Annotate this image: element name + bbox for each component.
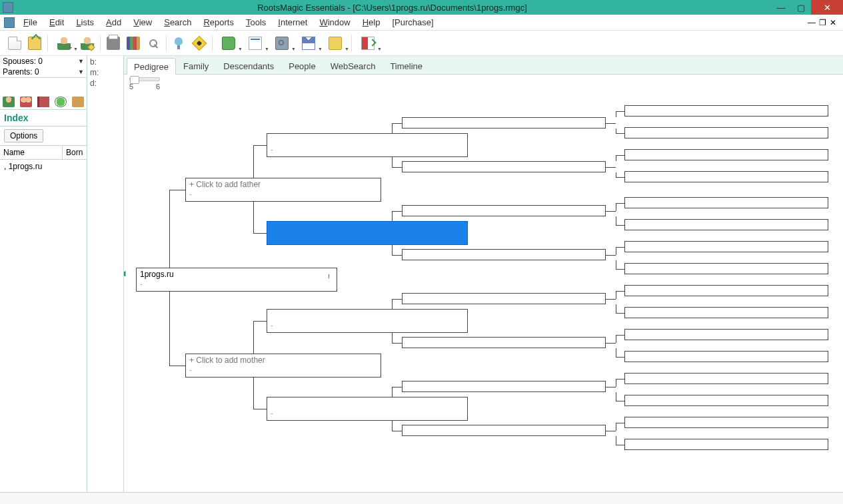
research-button[interactable]: ▼ bbox=[216, 34, 241, 53]
spouses-dropdown[interactable]: Spouses: 0 ▼ bbox=[0, 56, 87, 67]
pedigree-canvas[interactable]: ◀ 1progs.ru - + Click to add father - + … bbox=[124, 91, 843, 492]
pedigree-add-father[interactable]: + Click to add father - bbox=[185, 178, 381, 202]
search-button[interactable] bbox=[144, 34, 163, 53]
pedigree-gen5-box[interactable] bbox=[624, 439, 828, 450]
menu-window[interactable]: Window bbox=[313, 15, 356, 29]
pedigree-gen5-box[interactable] bbox=[624, 197, 828, 208]
hints-button[interactable] bbox=[190, 34, 209, 53]
pedigree-root-person[interactable]: 1progs.ru - bbox=[136, 268, 337, 292]
add-mother-sub: - bbox=[189, 365, 377, 374]
media-button[interactable]: ▼ bbox=[269, 34, 295, 53]
menu-lists[interactable]: Lists bbox=[70, 15, 100, 29]
new-file-button[interactable] bbox=[5, 34, 24, 53]
pedigree-add-mother[interactable]: + Click to add mother - bbox=[185, 354, 381, 378]
pedigree-gen4-box[interactable] bbox=[402, 293, 606, 304]
pedigree-gen4-box[interactable] bbox=[402, 249, 606, 260]
options-button[interactable]: Options bbox=[4, 129, 43, 142]
menu-file[interactable]: File bbox=[17, 15, 43, 29]
tab-family[interactable]: Family bbox=[176, 57, 216, 74]
menu-internet[interactable]: Internet bbox=[272, 15, 313, 29]
pedigree-gen5-box[interactable] bbox=[624, 417, 828, 428]
pedigree-gen4-box[interactable] bbox=[402, 337, 606, 348]
pedigree-gen3-box[interactable]: - bbox=[267, 133, 468, 157]
index-tab-family-icon[interactable] bbox=[20, 97, 32, 107]
share-button[interactable]: ▼ bbox=[296, 34, 321, 53]
add-person-button[interactable]: ▼ bbox=[51, 34, 77, 53]
pedigree-gen5-box[interactable] bbox=[624, 395, 828, 406]
pedigree-gen5-box[interactable] bbox=[624, 263, 828, 274]
tab-descendants[interactable]: Descendants bbox=[216, 57, 281, 74]
pedigree-gen5-box[interactable] bbox=[624, 241, 828, 252]
exit-button[interactable]: ▼ bbox=[355, 34, 381, 53]
pedigree-gen4-box[interactable] bbox=[402, 425, 606, 436]
index-tab-person-icon[interactable] bbox=[3, 97, 15, 107]
pedigree-gen5-box[interactable] bbox=[624, 105, 828, 117]
menu-tools[interactable]: Tools bbox=[240, 15, 272, 29]
index-table-body[interactable]: , 1progs.ru bbox=[0, 160, 87, 492]
mdi-restore-button[interactable]: ❐ bbox=[818, 18, 827, 27]
pedigree-gen4-box[interactable] bbox=[402, 117, 606, 128]
connector bbox=[616, 291, 616, 299]
pedigree-gen3-box-selected[interactable] bbox=[267, 221, 468, 245]
tab-websearch[interactable]: WebSearch bbox=[323, 57, 383, 74]
parents-dropdown[interactable]: Parents: 0 ▼ bbox=[0, 67, 87, 77]
pedigree-gen4-box[interactable] bbox=[402, 205, 606, 216]
print-button[interactable] bbox=[104, 34, 123, 53]
pedigree-gen5-box[interactable] bbox=[624, 307, 828, 318]
open-file-button[interactable] bbox=[25, 34, 44, 53]
connector bbox=[616, 423, 624, 423]
menu-purchase[interactable]: [Purchase] bbox=[386, 15, 439, 29]
tree-button[interactable] bbox=[170, 34, 189, 53]
pedigree-gen5-box[interactable] bbox=[624, 149, 828, 160]
collapse-handle-icon[interactable]: ◀ bbox=[124, 269, 125, 278]
sources-button[interactable]: ▼ bbox=[243, 34, 268, 53]
menu-search[interactable]: Search bbox=[158, 15, 197, 29]
menu-add[interactable]: Add bbox=[100, 15, 127, 29]
index-tab-web-icon[interactable] bbox=[55, 97, 67, 107]
connector bbox=[616, 335, 616, 343]
menu-view[interactable]: View bbox=[127, 15, 158, 29]
edit-person-button[interactable] bbox=[78, 34, 97, 53]
publish-button[interactable] bbox=[124, 34, 143, 53]
tab-timeline[interactable]: Timeline bbox=[383, 57, 430, 74]
pedigree-gen5-box[interactable] bbox=[624, 127, 828, 138]
table-row[interactable]: , 1progs.ru bbox=[0, 160, 87, 173]
tab-people[interactable]: People bbox=[281, 57, 323, 74]
connector bbox=[392, 123, 402, 124]
tab-pedigree[interactable]: Pedigree bbox=[127, 58, 176, 75]
pedigree-gen5-box[interactable] bbox=[624, 219, 828, 230]
connector bbox=[616, 348, 616, 357]
pedigree-gen3-box[interactable]: - bbox=[267, 397, 468, 421]
slider-thumb[interactable] bbox=[130, 76, 139, 84]
mdi-minimize-button[interactable]: — bbox=[807, 18, 816, 27]
pedigree-gen5-box[interactable] bbox=[624, 285, 828, 296]
pedigree-gen5-box[interactable] bbox=[624, 329, 828, 340]
index-tab-history-icon[interactable] bbox=[72, 97, 84, 107]
pedigree-gen5-box[interactable] bbox=[624, 351, 828, 362]
col-born[interactable]: Born bbox=[63, 146, 87, 159]
maximize-button[interactable]: ▢ bbox=[791, 0, 811, 15]
close-button[interactable]: ✕ bbox=[811, 0, 843, 15]
generations-slider[interactable] bbox=[129, 77, 160, 81]
connector bbox=[616, 445, 624, 445]
col-name[interactable]: Name bbox=[0, 146, 63, 159]
connector bbox=[616, 172, 616, 177]
toolbar-separator bbox=[47, 35, 48, 51]
pedigree-gen4-box[interactable] bbox=[402, 381, 606, 392]
menu-reports[interactable]: Reports bbox=[197, 15, 240, 29]
pedigree-gen4-box[interactable] bbox=[402, 161, 606, 172]
pedigree-gen3-box[interactable]: - bbox=[267, 309, 468, 333]
menu-help[interactable]: Help bbox=[357, 15, 387, 29]
print-icon bbox=[107, 37, 120, 50]
books-icon bbox=[127, 37, 140, 50]
pedigree-gen5-box[interactable] bbox=[624, 171, 828, 182]
index-tab-bookmark-icon[interactable] bbox=[37, 97, 49, 107]
connector bbox=[392, 211, 402, 212]
app-icon-small[interactable] bbox=[4, 17, 15, 28]
info-rows: Spouses: 0 ▼ Parents: 0 ▼ bbox=[0, 56, 87, 78]
minimize-button[interactable]: — bbox=[771, 0, 791, 15]
menu-edit[interactable]: Edit bbox=[43, 15, 70, 29]
reports-button[interactable]: ▼ bbox=[323, 34, 348, 53]
mdi-close-button[interactable]: ✕ bbox=[828, 18, 838, 27]
pedigree-gen5-box[interactable] bbox=[624, 373, 828, 384]
